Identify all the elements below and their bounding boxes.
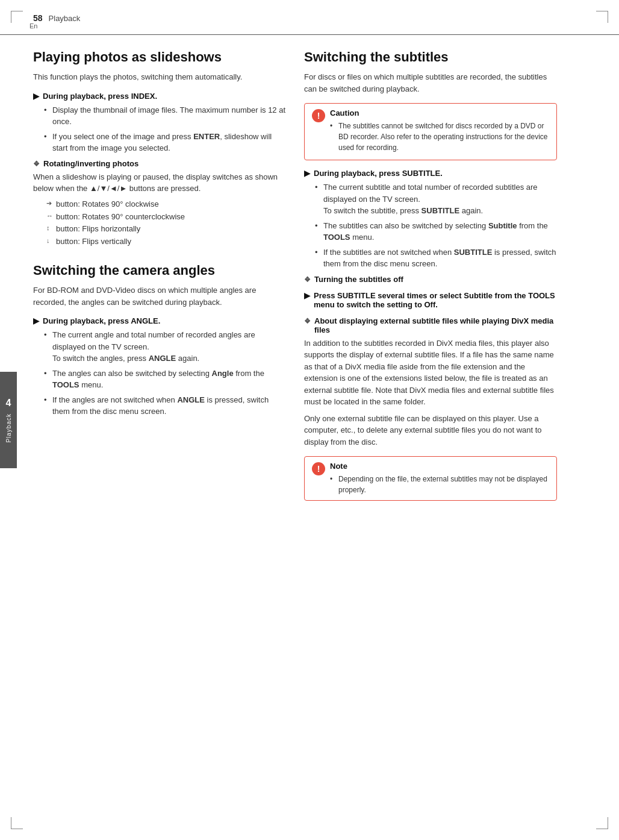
note-icon: ! (312, 462, 325, 475)
arrow-icon: ▶ (304, 169, 310, 178)
rotating-heading: ❖ Rotating/inverting photos (33, 159, 286, 168)
corner-mark-br (596, 817, 608, 829)
camera-intro: For BD-ROM and DVD-Video discs on which … (33, 284, 286, 308)
external-subtitle-section: ❖ About displaying external subtitle fil… (304, 316, 557, 448)
camera-step1-title: ▶ During playback, press ANGLE. (33, 316, 286, 325)
list-item: The subtitles can also be switched by se… (315, 220, 557, 243)
turning-off-heading: ❖ Turning the subtitles off (304, 275, 557, 284)
list-item: The angles can also be switched by selec… (44, 368, 286, 391)
subtitle-section: Switching the subtitles For discs or fil… (304, 49, 557, 501)
note-box: ! Note Depending on the file, the extern… (304, 456, 557, 501)
side-tab-number: 4 (6, 398, 11, 409)
external-text2: Only one external subtitle file can be d… (304, 413, 557, 448)
arrow-icon: ▶ (33, 92, 39, 101)
side-tab: 4 Playback (0, 372, 17, 468)
photos-section: Playing photos as slideshows This functi… (33, 49, 286, 248)
page-number: 58 (33, 13, 43, 23)
photos-step1-title: ▶ During playback, press INDEX. (33, 92, 286, 101)
subtitle-off-step: ▶ Press SUBTITLE several times or select… (304, 291, 557, 309)
right-column: Switching the subtitles For discs or fil… (304, 49, 557, 508)
subtitle-intro: For discs or files on which multiple sub… (304, 71, 557, 95)
list-item: If you select one of the image and press… (44, 131, 286, 154)
diamond-icon: ❖ (33, 160, 40, 168)
note-title: Note (330, 462, 549, 471)
external-text1: In addition to the subtitles recorded in… (304, 337, 557, 408)
subtitle-bullets: The current subtitle and total number of… (304, 181, 557, 270)
list-item: button: Rotates 90° clockwise (46, 198, 286, 211)
list-item: The current subtitle and total number of… (315, 181, 557, 217)
page-header: 58 En Playback (0, 0, 619, 35)
content-area: Playing photos as slideshows This functi… (0, 35, 619, 526)
page-lang: En (30, 23, 43, 30)
subtitle-step1-label: During playback, press SUBTITLE. (314, 169, 443, 178)
corner-mark-tl (11, 11, 23, 23)
camera-bullets: The current angle and total number of re… (33, 329, 286, 418)
list-item: Display the thumbnail of image files. Th… (44, 104, 286, 128)
photos-intro: This function plays the photos, switchin… (33, 71, 286, 83)
list-item: If the angles are not switched when ANGL… (44, 394, 286, 418)
turning-off-label: Turning the subtitles off (314, 275, 403, 284)
caution-list: The subtitles cannot be switched for dis… (330, 121, 549, 153)
list-item: button: Rotates 90° counterclockwise (46, 211, 286, 224)
list-item: Depending on the file, the external subt… (330, 474, 549, 495)
camera-section: Switching the camera angles For BD-ROM a… (33, 263, 286, 418)
rotating-section: ❖ Rotating/inverting photos When a slide… (33, 159, 286, 248)
subtitle-heading: Switching the subtitles (304, 49, 557, 65)
diamond-icon: ❖ (304, 317, 311, 325)
caution-title: Caution (330, 108, 549, 118)
arrow-icon: ▶ (33, 316, 39, 325)
photos-step1-bullets: Display the thumbnail of image files. Th… (33, 104, 286, 154)
page-section: Playback (49, 14, 81, 23)
turning-off-section: ❖ Turning the subtitles off (304, 275, 557, 284)
list-item: button: Flips horizontally (46, 223, 286, 236)
list-item: If the subtitles are not switched when S… (315, 246, 557, 270)
corner-mark-tr (596, 11, 608, 23)
rotating-heading-label: Rotating/inverting photos (43, 159, 138, 168)
side-tab-label: Playback (5, 413, 12, 443)
photos-heading: Playing photos as slideshows (33, 49, 286, 65)
subtitle-off-label: Press SUBTITLE several times or select S… (314, 291, 557, 309)
caution-content: Caution The subtitles cannot be switched… (330, 108, 549, 155)
external-subtitle-heading: ❖ About displaying external subtitle fil… (304, 316, 557, 334)
list-item: The current angle and total number of re… (44, 329, 286, 365)
rotate-list: button: Rotates 90° clockwise button: Ro… (33, 198, 286, 248)
note-content: Note Depending on the file, the external… (330, 462, 549, 495)
diamond-icon: ❖ (304, 275, 311, 284)
camera-heading: Switching the camera angles (33, 263, 286, 278)
caution-box: ! Caution The subtitles cannot be switch… (304, 103, 557, 160)
subtitle-step1-title: ▶ During playback, press SUBTITLE. (304, 169, 557, 178)
list-item: The subtitles cannot be switched for dis… (330, 121, 549, 153)
note-list: Depending on the file, the external subt… (330, 474, 549, 495)
list-item: button: Flips vertically (46, 236, 286, 248)
corner-mark-bl (11, 817, 23, 829)
external-subtitle-label: About displaying external subtitle files… (314, 316, 557, 334)
rotating-intro: When a slideshow is playing or paused, t… (33, 171, 286, 195)
camera-step1-label: During playback, press ANGLE. (43, 316, 160, 325)
left-column: Playing photos as slideshows This functi… (33, 49, 286, 508)
photos-step1-label: During playback, press INDEX. (43, 92, 157, 101)
arrow-icon: ▶ (304, 291, 310, 300)
caution-icon: ! (312, 109, 325, 122)
